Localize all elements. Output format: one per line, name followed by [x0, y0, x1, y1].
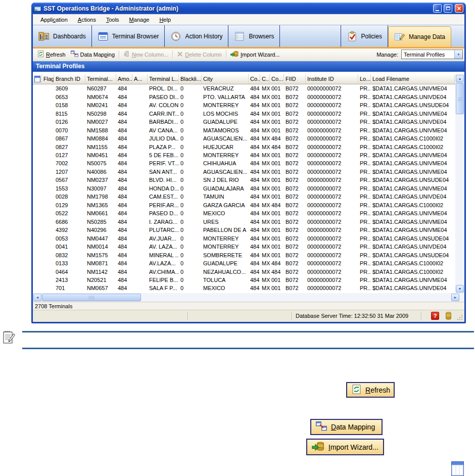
column-header[interactable]: A... [132, 74, 148, 84]
table-cell: PLUTARC... [148, 227, 179, 233]
table-cell: B072 [284, 119, 306, 125]
table-cell: AV.JUAR... [148, 235, 179, 242]
chevron-down-icon[interactable]: ▼ [454, 50, 462, 59]
table-row[interactable]: 0653NM0674484PASEO DI...0PTO. VALLARTA48… [33, 92, 455, 101]
resize-grip[interactable] [456, 314, 463, 321]
column-header[interactable]: Co... [249, 74, 260, 84]
column-header[interactable]: City [202, 74, 249, 84]
table-row[interactable]: 0028NM1798484CAM.EST...0TAMUIN484MX001B0… [33, 193, 455, 201]
table-row[interactable]: 0464NM1142484AV.CHIMA...0NEZAHUALCO...48… [33, 267, 455, 275]
menu-help[interactable]: Help [154, 15, 176, 24]
table-cell: MX [260, 260, 270, 266]
tab-action-history[interactable]: Action History [165, 25, 228, 47]
table-row[interactable]: 0129NM1365484PERIF.AR...0GARZA GARCIA484… [33, 201, 455, 209]
table-row[interactable]: 0133NM0871484AV.LAZA...0GUADALUPE484MX48… [33, 259, 455, 267]
table-cell: $DATA1.CARGAS.UNSUDE04 [371, 102, 455, 108]
tab-dashboards[interactable]: Dashboards [33, 25, 92, 47]
table-cell: URES [202, 219, 249, 225]
table-row[interactable]: 4392N40296484PLUTARC...0PABELLON DE A484… [33, 226, 455, 234]
import-wizard-button[interactable]: Import Wizard... [228, 50, 282, 59]
minimize-button[interactable] [433, 4, 442, 13]
column-header[interactable]: C.. [260, 74, 270, 84]
table-cell: PR... [358, 194, 371, 200]
scroll-left-icon[interactable]: ◄ [33, 294, 41, 301]
title-bar[interactable]: SST Operations Bridge - Administrator (a… [31, 3, 466, 14]
column-header[interactable]: Blackli... [179, 74, 202, 84]
close-button[interactable]: × [455, 4, 463, 13]
menu-manage[interactable]: Manage [124, 15, 155, 24]
menu-tools[interactable]: Tools [101, 15, 124, 24]
database-icon[interactable] [445, 312, 452, 320]
table-row[interactable]: 0127NM04514845 DE FEB...0MONTERREY484MX0… [33, 151, 455, 159]
menu-actions[interactable]: Actions [73, 15, 101, 24]
import-wizard-label: Import Wizard... [241, 52, 280, 58]
tab-manage-data[interactable]: Manage Data [388, 26, 451, 47]
manage-select[interactable]: Terminal Profiles ▼ [401, 50, 463, 59]
maximize-button[interactable] [444, 4, 452, 13]
vertical-scrollbar[interactable]: ▲ ▼ [455, 74, 464, 293]
column-header[interactable]: Terminal L... [148, 74, 179, 84]
vertical-scroll-thumb[interactable] [456, 83, 464, 114]
column-header[interactable]: FIID [284, 74, 306, 84]
scroll-up-icon[interactable]: ▲ [456, 75, 464, 82]
table-row[interactable]: 7002N50075484PERIF. VT...0CHIHUAHUA484MX… [33, 159, 455, 167]
column-header[interactable]: Lo... [358, 74, 371, 84]
table-cell: MEXICO [202, 285, 249, 291]
callout-data-mapping-button[interactable]: Data Mapping [310, 419, 383, 435]
scroll-right-icon[interactable]: ► [451, 294, 459, 301]
column-header[interactable]: Flags [42, 74, 54, 84]
column-header[interactable]: Terminal... [85, 74, 116, 84]
column-header[interactable]: Load Filename [371, 74, 455, 84]
table-cell: 484 [116, 127, 132, 133]
callout-import-wizard-button[interactable]: Import Wizard... [306, 439, 384, 455]
table-row[interactable]: 0053NM0447484AV.JUAR...0MONTERREY484MX00… [33, 234, 455, 242]
table-row[interactable]: 701NM0657484SALA F P...0MEXICO484MX001B0… [33, 284, 455, 292]
table-row[interactable]: 2413N20521484FELIPE B...0TOLUCA484MX001B… [33, 276, 455, 284]
table-row[interactable]: 0041NM0014484AV. LAZA...0MONTERREY484MX0… [33, 243, 455, 251]
table-cell: 484 [249, 135, 260, 141]
table-row[interactable]: 6686N50285484I. ZARAG...0URES484MX001B07… [33, 218, 455, 226]
column-header[interactable]: Amo... [116, 74, 132, 84]
table-cell: MONTERREY [202, 235, 249, 242]
table-cell: 1553 [54, 185, 85, 192]
data-mapping-button[interactable]: Data Mapping [68, 50, 118, 59]
table-row[interactable]: 0158NM0241484AV. COLON0MONTERREY484MX001… [33, 101, 455, 109]
manage-select-value: Terminal Profiles [402, 52, 454, 58]
table-cell: $DATA1.CARGAS.UNIVME04 [371, 111, 455, 117]
table-row[interactable]: 0522NM0661484PASEO D...0MEXICO484MX001B0… [33, 209, 455, 217]
table-cell: MX [260, 177, 270, 183]
column-chooser-icon [451, 461, 464, 476]
table-row[interactable]: 3609N60287484PROL. DI...0VERACRUZ484MX00… [33, 84, 455, 92]
tab-policies[interactable]: Policies [341, 25, 388, 47]
table-row[interactable]: 1207N40086484SAN ANT...0AGUASCALIEN...48… [33, 168, 455, 176]
column-chooser-button[interactable] [33, 74, 42, 84]
delete-column-button[interactable]: Delete Column [174, 50, 224, 59]
tab-terminal-browser[interactable]: Terminal Browser [92, 25, 165, 47]
table-row[interactable]: 0567NM0237484BLVD. HI...0SN J DEL RIO484… [33, 176, 455, 184]
table-row[interactable]: 8115N50298484CARR.INT...0LOS MOCHIS484MX… [33, 109, 455, 117]
table-row[interactable]: 1553N30097484HONDA D...0GUADALAJARA484MX… [33, 184, 455, 193]
table-row[interactable]: 0827NM1155484PLAZA P...0HUEJUCAR484MX484… [33, 142, 455, 151]
table-row[interactable]: 0126NM0027484BARBADI...0GUADALUPE484MX00… [33, 118, 455, 126]
table-cell: 484 [116, 135, 132, 141]
table-cell: PR... [358, 227, 371, 233]
horizontal-scroll-thumb[interactable] [42, 294, 141, 301]
help-error-icon[interactable]: ? [431, 312, 439, 320]
refresh-button[interactable]: Refresh [35, 50, 68, 59]
column-header[interactable]: Branch ID [54, 74, 85, 84]
table-cell: PTO. VALLARTA [202, 94, 249, 100]
table-row[interactable]: 0867NM0884484JULIO DIA...0AGUASCALIEN...… [33, 134, 455, 142]
new-column-button[interactable]: New Column... [121, 50, 171, 59]
table-cell: NM0884 [85, 135, 116, 141]
callout-refresh-button[interactable]: Refresh [346, 382, 395, 398]
horizontal-scrollbar[interactable]: ◄ ► [33, 293, 464, 302]
scroll-down-icon[interactable]: ▼ [456, 285, 464, 293]
column-header[interactable]: Institute ID [306, 74, 358, 84]
table-row[interactable]: 0832NM1575484MINERAL ...0SOMBRERETE484MX… [33, 251, 455, 259]
table-cell: BLVD. HI... [148, 177, 179, 183]
tab-browsers[interactable]: Browsers [228, 25, 280, 47]
table-row[interactable]: 0070NM1588484AV CANA...0MATAMOROS484MX00… [33, 126, 455, 134]
menu-application[interactable]: Application [35, 15, 73, 24]
table-cell: GUADALAJARA [202, 185, 249, 192]
column-header[interactable]: Co... [270, 74, 284, 84]
